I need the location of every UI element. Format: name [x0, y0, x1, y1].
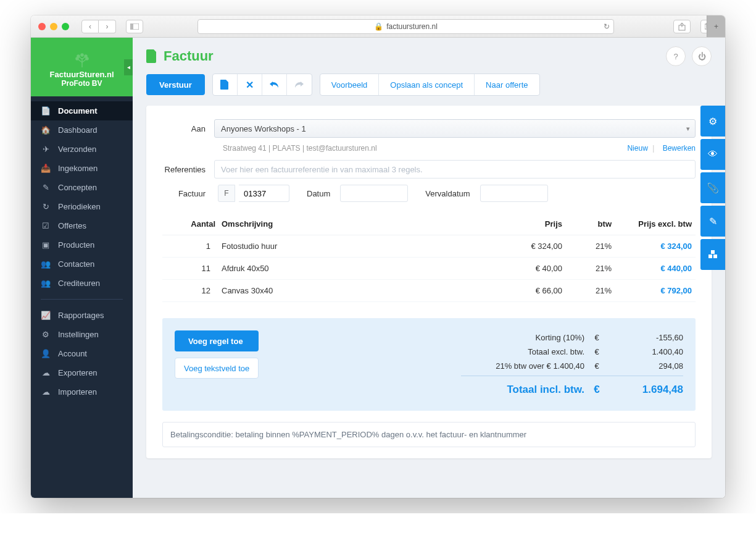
total-row: 21% btw over € 1.400,40€294,08 [461, 359, 683, 376]
line-item-row[interactable]: 1 Fotostudio huur € 324,00 21% € 324,00 [162, 235, 696, 258]
line-item-row[interactable]: 12 Canvas 30x40 € 66,00 21% € 792,00 [162, 280, 696, 302]
ref-label: Referenties [162, 165, 214, 174]
line-total: € 792,00 [618, 286, 692, 295]
sidebar-item-label: Offertes [58, 221, 86, 230]
power-button[interactable]: ⏻ [692, 46, 712, 66]
sidebar-item-label: Importeren [58, 387, 97, 397]
date-input[interactable] [340, 185, 408, 202]
sidebar-item-periodieken[interactable]: ↻Periodieken [31, 197, 133, 216]
forward-button[interactable]: › [99, 20, 116, 33]
rail-attachment-button[interactable]: 📎 [700, 172, 725, 203]
line-total: € 324,00 [618, 242, 692, 251]
collapse-sidebar-icon[interactable]: ◂ [124, 59, 133, 75]
sidebar-toggle-button[interactable] [126, 20, 143, 33]
sidebar-item-verzonden[interactable]: ✈Verzonden [31, 140, 133, 159]
send-icon: ✈ [41, 145, 51, 154]
user-icon: 👤 [41, 349, 51, 358]
undo-button[interactable] [262, 74, 287, 95]
sidebar-item-document[interactable]: 📄Document [31, 101, 133, 120]
svg-rect-11 [713, 254, 717, 258]
delete-button[interactable]: ✕ [238, 74, 262, 95]
line-desc: Canvas 30x40 [222, 286, 488, 295]
users-icon: 👥 [41, 279, 51, 288]
sidebar-item-label: Verzonden [58, 145, 96, 154]
share-button[interactable] [673, 20, 691, 33]
grand-total-row: Totaal incl. btw.€1.694,48 [461, 380, 683, 398]
inbox-icon: 📥 [41, 164, 51, 173]
svg-point-9 [81, 54, 83, 56]
back-button[interactable]: ‹ [81, 20, 99, 33]
preview-button[interactable]: Voorbeeld [320, 74, 380, 95]
sidebar-item-concepten[interactable]: ✎Concepten [31, 178, 133, 197]
sidebar-item-instellingen[interactable]: ⚙Instellingen [31, 325, 133, 344]
page-title: Factuur [146, 48, 214, 64]
rail-preview-button[interactable]: 👁 [700, 139, 725, 170]
close-window-icon[interactable] [38, 23, 46, 30]
line-item-row[interactable]: 11 Afdruk 40x50 € 40,00 21% € 440,00 [162, 258, 696, 280]
secondary-actions: Voorbeeld Opslaan als concept Naar offer… [320, 74, 540, 96]
address-bar[interactable]: 🔒 factuursturen.nl ↻ [197, 19, 614, 34]
due-date-label: Vervaldatum [425, 189, 470, 198]
sidebar-item-dashboard[interactable]: 🏠Dashboard [31, 120, 133, 140]
date-label: Datum [307, 189, 330, 198]
sidebar-item-offertes[interactable]: ☑Offertes [31, 216, 133, 235]
cloud-up-icon: ☁ [41, 387, 51, 397]
window-controls [38, 23, 69, 30]
sidebar-item-label: Rapportages [58, 311, 104, 320]
client-select[interactable]: Anyones Workshops - 1 [214, 119, 696, 138]
rail-products-button[interactable] [700, 239, 725, 270]
sidebar-item-label: Contacten [58, 259, 94, 269]
line-total: € 440,00 [618, 264, 692, 273]
reload-icon[interactable]: ↻ [604, 22, 610, 31]
line-btw: 21% [568, 286, 612, 295]
sidebar-item-exporteren[interactable]: ☁Exporteren [31, 363, 133, 382]
cloud-down-icon: ☁ [41, 368, 51, 377]
send-button[interactable]: Verstuur [146, 74, 205, 95]
file-icon: 📄 [41, 106, 51, 116]
sidebar-item-rapportages[interactable]: 📈Rapportages [31, 306, 133, 325]
maximize-window-icon[interactable] [62, 23, 69, 30]
new-tab-button[interactable]: + [707, 15, 725, 37]
due-date-input[interactable] [480, 185, 548, 202]
brand-header: FactuurSturen.nl ProFoto BV ◂ [31, 38, 133, 96]
sidebar-item-contacten[interactable]: 👥Contacten [31, 254, 133, 274]
check-icon: ☑ [41, 221, 51, 230]
rail-settings-button[interactable]: ⚙ [700, 106, 725, 137]
sidebar-item-importeren[interactable]: ☁Importeren [31, 382, 133, 401]
svg-rect-1 [130, 23, 133, 30]
minimize-window-icon[interactable] [50, 23, 57, 30]
reference-input[interactable] [214, 160, 696, 179]
redo-button[interactable] [287, 74, 312, 95]
svg-point-8 [85, 55, 87, 57]
sidebar-item-label: Concepten [58, 183, 97, 192]
to-quote-button[interactable]: Naar offerte [475, 74, 539, 95]
line-qty: 1 [166, 242, 215, 251]
users-icon: 👥 [41, 259, 51, 269]
sidebar-item-ingekomen[interactable]: 📥Ingekomen [31, 159, 133, 178]
new-client-link[interactable]: Nieuw [627, 144, 647, 153]
payment-note[interactable]: Betalingsconditie: betaling binnen %PAYM… [162, 422, 696, 447]
cubes-icon: ▣ [41, 240, 51, 250]
sidebar-item-account[interactable]: 👤Account [31, 344, 133, 363]
sidebar-item-crediteuren[interactable]: 👥Crediteuren [31, 274, 133, 293]
edit-client-link[interactable]: Bewerken [663, 144, 696, 153]
invoice-card: Aan Anyones Workshops - 1 Straatweg 41 |… [146, 106, 712, 458]
line-qty: 11 [166, 264, 215, 273]
line-price: € 66,00 [494, 286, 562, 295]
add-textfield-button[interactable]: Voeg tekstveld toe [175, 358, 259, 379]
help-button[interactable]: ? [666, 46, 686, 66]
invoice-number-input[interactable] [239, 185, 289, 202]
browser-titlebar: ‹ › 🔒 factuursturen.nl ↻ + [31, 15, 725, 38]
add-line-button[interactable]: Voeg regel toe [175, 330, 259, 351]
col-price: Prijs [494, 219, 562, 229]
new-doc-button[interactable] [213, 74, 238, 95]
sidebar-item-label: Periodieken [58, 202, 101, 211]
action-button-group: ✕ [212, 74, 312, 96]
rail-edit-button[interactable]: ✎ [700, 206, 725, 237]
line-price: € 324,00 [494, 242, 562, 251]
save-draft-button[interactable]: Opslaan als concept [379, 74, 475, 95]
svg-rect-10 [708, 254, 712, 258]
cogs-icon: ⚙ [41, 330, 51, 339]
sidebar-item-producten[interactable]: ▣Producten [31, 235, 133, 254]
svg-point-7 [77, 55, 80, 57]
